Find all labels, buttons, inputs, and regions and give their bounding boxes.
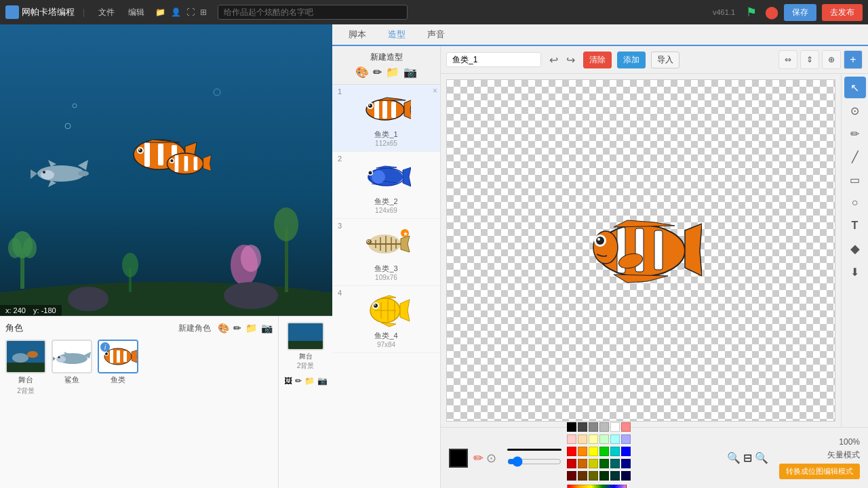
camera-bg-icon[interactable]: 📷 xyxy=(317,376,328,386)
stop-icon[interactable]: ⬤ xyxy=(765,5,778,20)
sprite-item-stage[interactable]: 舞台 2背景 xyxy=(5,340,46,396)
tool-ellipse[interactable]: ○ xyxy=(844,192,866,214)
color-swatch-teal[interactable] xyxy=(610,447,620,456)
menu-file[interactable]: 文件 xyxy=(93,5,120,20)
color-swatch-darkgray[interactable] xyxy=(578,422,587,432)
costume-item-1[interactable]: 1 × xyxy=(332,85,440,152)
clear-button[interactable]: 清除 xyxy=(583,52,612,68)
color-swatch-maroon[interactable] xyxy=(567,471,576,481)
upload-icon[interactable]: 📁 xyxy=(155,7,165,17)
costume-item-4[interactable]: 4 xyxy=(332,286,440,353)
tab-script[interactable]: 脚本 xyxy=(338,24,377,46)
paint-costume-icon[interactable]: 🎨 xyxy=(355,66,369,79)
costume-item-3[interactable]: 3 xyxy=(332,219,440,286)
save-button[interactable]: 保存 xyxy=(784,4,816,21)
upload-bg-icon[interactable]: 📁 xyxy=(304,376,315,386)
pipette-icon[interactable]: ⊙ xyxy=(486,451,496,466)
color-swatch-darkteal2[interactable] xyxy=(610,471,620,481)
tool-select[interactable]: ↖ xyxy=(844,77,866,98)
costume-name-field[interactable] xyxy=(446,52,541,67)
color-swatch-rainbow[interactable] xyxy=(567,485,627,489)
color-swatch-navy[interactable] xyxy=(621,471,631,481)
convert-to-bitmap-button[interactable]: 转换成位图编辑模式 xyxy=(779,464,860,479)
pencil-sprite-icon[interactable]: ✏ xyxy=(233,323,241,333)
tab-costume[interactable]: 造型 xyxy=(377,24,416,46)
add-costume-icon[interactable]: + xyxy=(844,50,863,69)
costume-img-2 xyxy=(359,156,414,197)
color-swatch-darkgreen[interactable] xyxy=(599,459,609,468)
color-swatch-lightblue[interactable] xyxy=(621,434,631,444)
redo-button[interactable]: ↪ xyxy=(564,52,578,68)
color-swatch-lightgray[interactable] xyxy=(599,422,609,432)
color-swatch-peach[interactable] xyxy=(567,434,576,444)
color-swatch-lightcyan[interactable] xyxy=(610,434,620,444)
grid-icon[interactable]: ⊞ xyxy=(200,7,207,17)
tool-line[interactable]: ╱ xyxy=(844,146,866,167)
tool-rect[interactable]: ▭ xyxy=(844,169,866,190)
publish-button[interactable]: 去发布 xyxy=(822,4,863,21)
logo-icon xyxy=(5,5,19,19)
upload-costume-icon[interactable]: 📁 xyxy=(386,66,399,79)
color-swatch-darkorange[interactable] xyxy=(578,459,587,468)
add-button[interactable]: 添加 xyxy=(617,52,646,68)
pencil-costume-icon[interactable]: ✏ xyxy=(373,66,382,79)
tool-lasso[interactable]: ⊙ xyxy=(844,100,866,121)
color-swatch-yellow[interactable] xyxy=(589,447,598,456)
color-swatch-brown[interactable] xyxy=(578,471,587,481)
svg-marker-124 xyxy=(685,224,702,276)
paint-sprite-icon[interactable]: 🎨 xyxy=(218,323,229,333)
sprite-item-shark[interactable]: 鲨鱼 xyxy=(52,340,92,396)
color-swatch-pink-light[interactable] xyxy=(621,422,631,432)
color-swatch-darkred[interactable] xyxy=(567,459,576,468)
color-swatch-green[interactable] xyxy=(599,447,609,456)
color-swatch-wheat[interactable] xyxy=(578,434,587,444)
color-swatch-forestgreen[interactable] xyxy=(599,471,609,481)
color-swatch-orange[interactable] xyxy=(578,447,587,456)
project-title-input[interactable] xyxy=(218,5,408,20)
bg-thumb[interactable] xyxy=(287,322,324,350)
center-icon[interactable]: ⊕ xyxy=(822,50,841,69)
tab-sound[interactable]: 声音 xyxy=(416,24,456,46)
costume-close-1[interactable]: × xyxy=(433,86,437,96)
color-swatch-black[interactable] xyxy=(567,422,576,432)
expand-icon[interactable]: ⛶ xyxy=(186,7,195,17)
camera-costume-icon[interactable]: 📷 xyxy=(403,66,417,79)
camera-sprite-icon[interactable]: 📷 xyxy=(261,323,273,333)
color-swatch-blue[interactable] xyxy=(621,447,631,456)
sprite-item-fish[interactable]: 鱼类 xyxy=(98,340,138,396)
tool-pencil[interactable]: ✏ xyxy=(844,123,866,144)
selected-color-swatch[interactable] xyxy=(449,449,468,468)
color-swatch-red[interactable] xyxy=(567,447,576,456)
flip-h-icon[interactable]: ⇔ xyxy=(778,50,797,69)
menu-edit[interactable]: 编辑 xyxy=(123,5,150,20)
zoom-reset-button[interactable]: ⊟ xyxy=(743,451,752,464)
pencil-bg-icon[interactable]: ✏ xyxy=(295,376,302,386)
color-swatch-darkblue[interactable] xyxy=(621,459,631,468)
color-swatch-gray[interactable] xyxy=(589,422,598,432)
undo-button[interactable]: ↩ xyxy=(547,52,561,68)
upload-sprite-icon[interactable]: 📁 xyxy=(245,323,257,333)
paint-bg-icon[interactable]: 🖼 xyxy=(284,376,292,386)
tool-stamp[interactable]: ⬇ xyxy=(844,261,866,283)
svg-rect-70 xyxy=(391,102,396,118)
zoom-out-button[interactable]: 🔍 xyxy=(727,451,741,464)
flip-v-icon[interactable]: ⇕ xyxy=(800,50,819,69)
color-swatch-darkyellow[interactable] xyxy=(589,459,598,468)
sprites-title: 角色 xyxy=(5,322,23,334)
flag-icon[interactable]: ⚑ xyxy=(746,5,757,20)
import-button[interactable]: 导入 xyxy=(651,52,679,68)
line-width-slider[interactable] xyxy=(507,456,561,467)
tool-text[interactable]: T xyxy=(844,215,866,237)
color-swatch-lightgreen[interactable] xyxy=(599,434,609,444)
costume-item-2[interactable]: 2 xyxy=(332,152,440,219)
color-swatch-darkteal[interactable] xyxy=(610,459,620,468)
color-swatch-white[interactable] xyxy=(610,422,620,432)
draw-canvas[interactable] xyxy=(446,79,835,422)
person-icon[interactable]: 👤 xyxy=(171,7,181,17)
zoom-in-button[interactable]: 🔍 xyxy=(755,451,768,464)
tool-fill[interactable]: ◆ xyxy=(844,238,866,260)
costume-svg-2 xyxy=(362,159,411,193)
color-swatch-lightyellow[interactable] xyxy=(589,434,598,444)
costume-list-panel: 新建造型 🎨 ✏ 📁 📷 1 × xyxy=(332,46,441,488)
color-swatch-olive[interactable] xyxy=(589,471,598,481)
